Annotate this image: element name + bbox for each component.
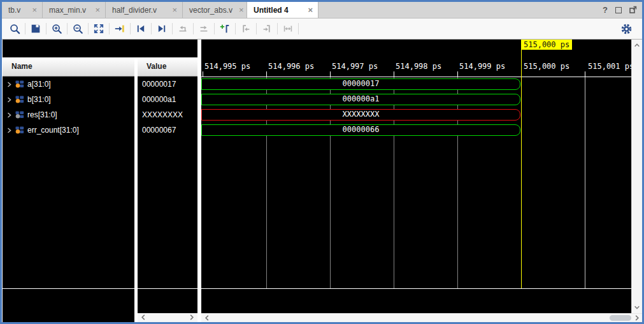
time-axis-label: 514,995 ps bbox=[204, 62, 250, 71]
bus-signal-icon bbox=[15, 80, 24, 88]
time-axis-label: 514,998 ps bbox=[396, 62, 441, 71]
signal-name: res[31:0] bbox=[27, 110, 57, 119]
signal-row-res[interactable]: res[31:0] bbox=[3, 107, 134, 122]
settings-gear-icon[interactable] bbox=[618, 21, 634, 36]
wave-toolbar bbox=[2, 18, 642, 40]
zoom-out-icon[interactable] bbox=[69, 21, 86, 36]
scroll-right-icon[interactable] bbox=[189, 314, 195, 321]
time-cursor-label[interactable]: 515,000 ps bbox=[521, 40, 572, 50]
toolbar-separator bbox=[235, 23, 236, 34]
scroll-down-icon[interactable] bbox=[634, 304, 640, 311]
signal-value: XXXXXXXX bbox=[138, 107, 197, 122]
signal-value: 00000067 bbox=[138, 122, 197, 138]
signal-row-err-count[interactable]: err_count[31:0] bbox=[3, 122, 134, 138]
waveform-hscrollbar[interactable] bbox=[201, 313, 642, 322]
toolbar-separator bbox=[151, 23, 152, 34]
toolbar-separator bbox=[109, 23, 110, 34]
toolbar-separator bbox=[25, 23, 25, 34]
bus-signal-icon bbox=[15, 111, 24, 119]
signal-name: b[31:0] bbox=[27, 95, 51, 104]
tab-tb-v[interactable]: tb.v × bbox=[2, 2, 43, 18]
axis-tick bbox=[457, 71, 458, 77]
toolbar-separator bbox=[172, 23, 173, 34]
go-to-last-transition-icon[interactable] bbox=[196, 21, 212, 36]
scroll-left-icon[interactable] bbox=[140, 314, 147, 321]
scroll-left-icon[interactable] bbox=[204, 314, 210, 321]
tab-close-icon[interactable]: × bbox=[301, 5, 313, 15]
signal-name: a[31:0] bbox=[27, 80, 51, 89]
scroll-up-icon[interactable] bbox=[634, 42, 640, 48]
signal-name: err_count[31:0] bbox=[27, 126, 79, 135]
toolbar-separator bbox=[277, 23, 278, 34]
search-icon[interactable] bbox=[6, 21, 23, 36]
tab-label: max_min.v bbox=[49, 6, 86, 15]
previous-transition-icon[interactable] bbox=[132, 21, 149, 36]
help-icon[interactable]: ? bbox=[603, 5, 608, 15]
tab-close-icon[interactable]: × bbox=[25, 5, 37, 15]
value-panel-hscrollbar[interactable] bbox=[138, 313, 197, 322]
axis-tick bbox=[266, 71, 267, 77]
maximize-icon[interactable] bbox=[615, 7, 622, 13]
zoom-fit-icon[interactable] bbox=[90, 21, 107, 36]
bus-signal-icon bbox=[15, 126, 24, 134]
toolbar-separator bbox=[130, 23, 131, 34]
signal-value: 000000a1 bbox=[138, 92, 197, 107]
value-panel-end-line bbox=[138, 288, 197, 289]
axis-tick bbox=[394, 71, 394, 77]
time-axis-label: 514,996 ps bbox=[268, 62, 314, 71]
toolbar-separator bbox=[256, 23, 257, 34]
name-column-header: Name bbox=[3, 57, 134, 77]
value-column-header: Value bbox=[138, 57, 197, 77]
tab-half-divider-v[interactable]: half_divider.v × bbox=[106, 2, 183, 18]
signal-name-panel: Name a[31:0] b[31:0] res[31:0] err_count… bbox=[3, 57, 134, 322]
time-gridline bbox=[585, 77, 585, 288]
name-panel-end-line bbox=[3, 288, 134, 289]
time-axis-label: 514,999 ps bbox=[459, 62, 505, 71]
swap-cursor-icon[interactable] bbox=[175, 21, 191, 36]
add-marker-icon[interactable] bbox=[217, 21, 233, 36]
signal-row-a[interactable]: a[31:0] bbox=[3, 77, 134, 92]
signal-value-panel: Value 00000017 000000a1 XXXXXXXX 0000006… bbox=[138, 57, 197, 322]
toolbar-separator bbox=[88, 23, 89, 34]
wave-viewer-window: tb.v × max_min.v × half_divider.v × vect… bbox=[0, 0, 644, 324]
save-icon[interactable] bbox=[27, 21, 44, 36]
wave-bus-b: 000000a1 bbox=[201, 94, 520, 105]
signal-row-b[interactable]: b[31:0] bbox=[3, 92, 134, 107]
bus-signal-icon bbox=[15, 96, 24, 103]
expand-chevron-icon[interactable] bbox=[6, 82, 12, 87]
window-controls: ? bbox=[603, 2, 637, 18]
signal-panel-top-strip bbox=[3, 40, 197, 57]
wave-bus-res: XXXXXXXX bbox=[201, 109, 520, 121]
float-window-icon[interactable] bbox=[629, 4, 637, 16]
tab-label: tb.v bbox=[8, 6, 20, 15]
previous-marker-icon[interactable] bbox=[238, 21, 254, 36]
zoom-in-icon[interactable] bbox=[48, 21, 65, 36]
time-axis-label: 514,997 ps bbox=[332, 62, 378, 71]
next-marker-icon[interactable] bbox=[259, 21, 275, 36]
waveform-vscrollbar[interactable] bbox=[631, 40, 642, 313]
toolbar-separator bbox=[214, 23, 215, 34]
expand-chevron-icon[interactable] bbox=[6, 97, 12, 103]
toolbar-separator bbox=[298, 23, 299, 34]
hscroll-thumb[interactable] bbox=[610, 315, 631, 321]
signal-value: 00000017 bbox=[138, 77, 197, 92]
expand-chevron-icon[interactable] bbox=[6, 128, 12, 133]
tab-close-icon[interactable]: × bbox=[166, 5, 177, 15]
tab-vector-abs-v[interactable]: vector_abs.v × bbox=[183, 2, 247, 18]
time-cursor-line[interactable] bbox=[521, 50, 522, 288]
scroll-right-icon[interactable] bbox=[634, 314, 640, 321]
tab-label: vector_abs.v bbox=[189, 6, 233, 15]
tab-max-min-v[interactable]: max_min.v × bbox=[43, 2, 106, 18]
next-transition-icon[interactable] bbox=[154, 21, 170, 36]
expand-chevron-icon[interactable] bbox=[6, 112, 12, 118]
tab-close-icon[interactable]: × bbox=[89, 5, 100, 15]
swap-markers-icon[interactable] bbox=[280, 21, 296, 36]
tab-untitled-4[interactable]: Untitled 4 × bbox=[247, 2, 318, 18]
zoom-to-cursor-icon[interactable] bbox=[111, 21, 128, 36]
tab-close-icon[interactable]: × bbox=[233, 5, 244, 15]
wave-end-line bbox=[201, 288, 631, 289]
toolbar-separator bbox=[67, 23, 68, 34]
tab-label: Untitled 4 bbox=[254, 6, 289, 15]
tab-label: half_divider.v bbox=[112, 6, 157, 15]
waveform-canvas[interactable]: 514,995 ps 514,996 ps 514,997 ps 514,998… bbox=[201, 40, 631, 313]
